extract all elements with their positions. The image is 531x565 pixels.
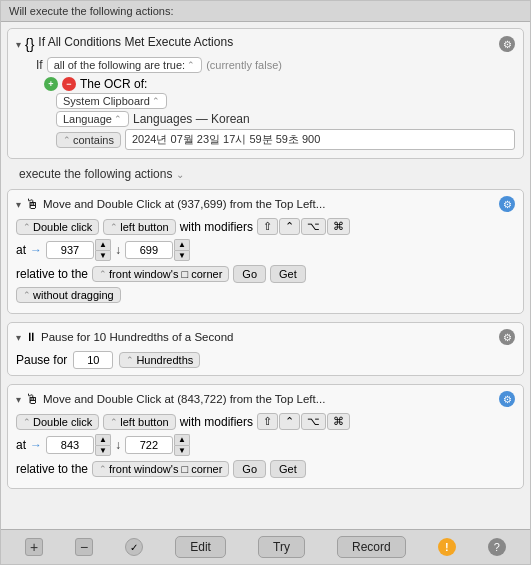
mod2-shift[interactable]: ⇧ — [257, 413, 278, 430]
action2-corner-dropdown[interactable]: front window's □ corner — [92, 461, 229, 477]
action2-go-btn[interactable]: Go — [233, 460, 266, 478]
action1-corner-dropdown[interactable]: front window's □ corner — [92, 266, 229, 282]
pause-label: Pause for — [16, 353, 67, 367]
execute-label: execute the following actions — [19, 167, 172, 181]
mod-ctrl[interactable]: ⌃ — [279, 218, 300, 235]
x-arrow2: → — [30, 438, 42, 452]
warning-icon[interactable]: ! — [438, 538, 456, 556]
action1-get-btn[interactable]: Get — [270, 265, 306, 283]
with-modifiers-label2: with modifiers — [180, 415, 253, 429]
x-input2[interactable] — [46, 436, 94, 454]
action2-relative-row: relative to the front window's □ corner … — [16, 460, 515, 478]
action2-button[interactable]: left button — [103, 414, 175, 430]
y-down2[interactable]: ▼ — [174, 445, 190, 456]
content-area: ▾ {} If All Conditions Met Execute Actio… — [1, 22, 530, 529]
at-label1: at — [16, 243, 26, 257]
action2-gear[interactable]: ⚙ — [499, 391, 515, 407]
condition-gear-icon[interactable]: ⚙ — [499, 36, 515, 52]
action2-click-row: Double click left button with modifiers … — [16, 413, 515, 430]
action1-nodrag-row: without dragging — [16, 287, 515, 303]
action1-coords-row: at → ▲ ▼ ↓ ▲ ▼ — [16, 239, 515, 261]
if-icon: {} — [25, 36, 34, 52]
y-stepper1: ▲ ▼ — [125, 239, 190, 261]
all-dropdown[interactable]: all of the following are true: — [47, 57, 202, 73]
x-down2[interactable]: ▼ — [95, 445, 111, 456]
remove-action-button[interactable]: − — [75, 538, 93, 556]
remove-badge[interactable]: − — [62, 77, 76, 91]
relative-label1: relative to the — [16, 267, 88, 281]
mod2-cmd[interactable]: ⌘ — [327, 413, 350, 430]
contains-line: contains 2024년 07월 23일 17시 59분 59초 900 — [16, 129, 515, 150]
pause-gear[interactable]: ⚙ — [499, 329, 515, 345]
mod-opt[interactable]: ⌥ — [301, 218, 326, 235]
mod-cmd[interactable]: ⌘ — [327, 218, 350, 235]
y-input1[interactable] — [125, 241, 173, 259]
help-icon[interactable]: ? — [488, 538, 506, 556]
y-up2[interactable]: ▲ — [174, 434, 190, 445]
ocr-label: The OCR of: — [80, 77, 147, 91]
action2-title: Move and Double Click at (843,722) from … — [43, 393, 495, 405]
action1-button[interactable]: left button — [103, 219, 175, 235]
main-container: Will execute the following actions: ▾ {}… — [0, 0, 531, 565]
action2-clicktype[interactable]: Double click — [16, 414, 99, 430]
check-button[interactable]: ✓ — [125, 538, 143, 556]
collapse-icon[interactable]: ▾ — [16, 39, 21, 50]
x-stepper2: ▲ ▼ — [46, 434, 111, 456]
mod2-opt[interactable]: ⌥ — [301, 413, 326, 430]
action1-relative-row: relative to the front window's □ corner … — [16, 265, 515, 283]
action2-header: ▾ 🖱 Move and Double Click at (843,722) f… — [16, 391, 515, 407]
at-label2: at — [16, 438, 26, 452]
pause-icon: ⏸ — [25, 330, 37, 344]
x-down1[interactable]: ▼ — [95, 250, 111, 261]
action1-go-btn[interactable]: Go — [233, 265, 266, 283]
execute-chevron[interactable]: ⌄ — [176, 169, 184, 180]
x-up1[interactable]: ▲ — [95, 239, 111, 250]
pause-input[interactable] — [73, 351, 113, 369]
language-line: Language Languages — Korean — [16, 111, 515, 127]
mod2-ctrl[interactable]: ⌃ — [279, 413, 300, 430]
mod-shift[interactable]: ⇧ — [257, 218, 278, 235]
action2-block: ▾ 🖱 Move and Double Click at (843,722) f… — [7, 384, 524, 489]
clipboard-dropdown[interactable]: System Clipboard — [56, 93, 167, 109]
action1-clicktype[interactable]: Double click — [16, 219, 99, 235]
action2-coords-row: at → ▲ ▼ ↓ ▲ ▼ — [16, 434, 515, 456]
hundredths-dropdown[interactable]: Hundredths — [119, 352, 200, 368]
action1-header: ▾ 🖱 Move and Double Click at (937,699) f… — [16, 196, 515, 212]
pause-title: Pause for 10 Hundredths of a Second — [41, 331, 495, 343]
x-input1[interactable] — [46, 241, 94, 259]
cursor1-icon: 🖱 — [25, 196, 39, 212]
y-input2[interactable] — [125, 436, 173, 454]
pause-collapse[interactable]: ▾ — [16, 332, 21, 343]
pause-header: ▾ ⏸ Pause for 10 Hundredths of a Second … — [16, 329, 515, 345]
contains-dropdown[interactable]: contains — [56, 132, 121, 148]
try-button[interactable]: Try — [258, 536, 305, 558]
relative-label2: relative to the — [16, 462, 88, 476]
pause-value-row: Pause for Hundredths — [16, 351, 515, 369]
y-up1[interactable]: ▲ — [174, 239, 190, 250]
condition-title: If All Conditions Met Execute Actions — [38, 35, 495, 49]
with-modifiers-label: with modifiers — [180, 220, 253, 234]
add-action-button[interactable]: + — [25, 538, 43, 556]
condition-row: If all of the following are true: (curre… — [16, 57, 515, 73]
contains-value[interactable]: 2024년 07월 23일 17시 59분 59초 900 — [125, 129, 515, 150]
contains-label: contains — [73, 134, 114, 146]
pause-block: ▾ ⏸ Pause for 10 Hundredths of a Second … — [7, 322, 524, 376]
edit-button[interactable]: Edit — [175, 536, 226, 558]
action2-collapse[interactable]: ▾ — [16, 394, 21, 405]
x-stepper1: ▲ ▼ — [46, 239, 111, 261]
action1-collapse[interactable]: ▾ — [16, 199, 21, 210]
condition-header: ▾ {} If All Conditions Met Execute Actio… — [16, 35, 515, 53]
action1-gear[interactable]: ⚙ — [499, 196, 515, 212]
clipboard-label: System Clipboard — [63, 95, 150, 107]
top-bar: Will execute the following actions: — [1, 1, 530, 22]
currently-false-badge: (currently false) — [206, 59, 282, 71]
record-button[interactable]: Record — [337, 536, 406, 558]
y-down1[interactable]: ▼ — [174, 250, 190, 261]
cursor2-icon: 🖱 — [25, 391, 39, 407]
add-badge[interactable]: + — [44, 77, 58, 91]
language-dropdown[interactable]: Language — [56, 111, 129, 127]
action1-nodrag[interactable]: without dragging — [16, 287, 121, 303]
action2-get-btn[interactable]: Get — [270, 460, 306, 478]
ocr-line: + − The OCR of: — [16, 77, 515, 91]
x-up2[interactable]: ▲ — [95, 434, 111, 445]
